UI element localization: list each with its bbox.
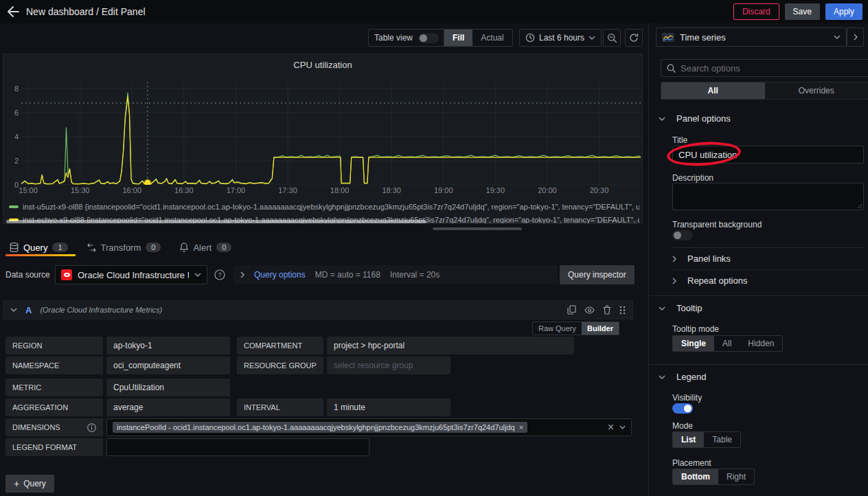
placement-bottom[interactable]: Bottom [673, 469, 718, 484]
trash-icon[interactable] [603, 305, 611, 315]
title-label: Title [672, 135, 687, 145]
panel-title-input[interactable] [672, 146, 864, 164]
dimension-tag-label: instancePoolId - ocid1.instancepool.oc1.… [117, 423, 515, 431]
raw-query-option[interactable]: Raw Query [533, 322, 582, 335]
discard-button[interactable]: Discard [733, 3, 779, 20]
description-textarea[interactable] [672, 183, 864, 210]
back-arrow-icon[interactable] [0, 0, 26, 23]
visualization-name: Time series [680, 32, 828, 43]
namespace-label: NAMESPACE [5, 357, 103, 374]
legend-mode-segmented: List Table [672, 431, 741, 448]
eye-icon[interactable] [584, 305, 595, 315]
tooltip-mode-single[interactable]: Single [673, 336, 714, 351]
zoom-out-button[interactable] [603, 29, 621, 47]
repeat-options-row[interactable]: Repeat options [672, 269, 864, 291]
max-data-points-stat: MD = auto = 1168 [315, 270, 380, 280]
tooltip-mode-segmented: Single All Hidden [672, 335, 783, 352]
query-ref-id[interactable]: A [25, 305, 32, 315]
options-search-input[interactable] [681, 63, 867, 74]
oracle-datasource-icon [61, 269, 72, 280]
duplicate-icon[interactable] [567, 305, 576, 315]
metric-select[interactable]: CpuUtilization [106, 379, 230, 396]
add-query-label: Query [23, 479, 46, 488]
legend-mode-list[interactable]: List [673, 432, 704, 447]
visualization-picker[interactable]: Time series [656, 27, 847, 47]
dimension-tag: instancePoolId - ocid1.instancepool.oc1.… [113, 422, 527, 433]
legend-item[interactable]: inst-u5uzt-x9-ol88 {instancepoolid="ocid… [9, 200, 639, 213]
datasource-select[interactable]: Oracle Cloud Infrastructure Metrics [55, 265, 207, 284]
pane-resize-handle[interactable] [433, 227, 522, 230]
clear-all-icon[interactable]: × [608, 421, 614, 433]
tab-transform[interactable]: Transform 0 [78, 237, 171, 258]
legend-visibility-toggle[interactable] [672, 403, 693, 414]
svg-text:?: ? [218, 271, 221, 278]
query-inspector-button[interactable]: Query inspector [560, 265, 635, 284]
tab-query-label: Query [23, 243, 47, 253]
panel-links-row[interactable]: Panel links [672, 247, 864, 269]
chevron-down-icon [194, 273, 201, 277]
refresh-button[interactable] [625, 29, 643, 47]
panel-options-header[interactable]: Panel options [659, 113, 731, 124]
query-options-link[interactable]: Query options [254, 270, 306, 280]
interval-select[interactable]: 1 minute [327, 398, 450, 416]
resource-group-label: RESOURCE GROUP [237, 357, 323, 374]
tooltip-mode-hidden[interactable]: Hidden [740, 336, 782, 351]
builder-option[interactable]: Builder [582, 322, 619, 335]
actual-option[interactable]: Actual [472, 30, 512, 46]
x-tick-label: 19:00 [430, 186, 457, 194]
chevron-down-icon [659, 306, 665, 311]
options-filter-tabs: All Overrides [661, 82, 868, 100]
x-tick-label: 16:30 [170, 186, 198, 194]
fill-actual-segmented: Fill Actual [444, 29, 513, 47]
table-view-label: Table view [374, 33, 413, 43]
legend-scrollbar-thumb[interactable] [6, 220, 426, 223]
tab-overrides[interactable]: Overrides [765, 82, 868, 99]
section-divider [649, 364, 868, 365]
tab-all[interactable]: All [661, 82, 765, 99]
fill-option[interactable]: Fill [444, 30, 472, 46]
database-icon [10, 243, 19, 252]
time-series-chart[interactable] [21, 82, 641, 185]
chevron-down-icon [834, 35, 841, 39]
resize-handle[interactable] [856, 202, 862, 208]
tab-alert[interactable]: Alert 0 [170, 237, 241, 258]
apply-button[interactable]: Apply [825, 3, 863, 20]
region-label: REGION [5, 337, 103, 354]
placement-right[interactable]: Right [718, 469, 754, 484]
dimensions-label: DIMENSIONS [5, 418, 103, 436]
collapse-options-button[interactable] [847, 27, 864, 47]
options-sidebar: Time series All Overrides Panel opt [648, 23, 868, 496]
add-query-button[interactable]: + Query [5, 475, 54, 493]
transparent-background-toggle[interactable] [672, 230, 693, 240]
remove-tag-icon[interactable]: × [519, 423, 523, 431]
transform-icon [87, 243, 96, 252]
compartment-select[interactable]: project > hpc-portal [327, 337, 574, 354]
alert-count-badge: 0 [216, 243, 231, 252]
datasource-value: Oracle Cloud Infrastructure Metrics [78, 270, 189, 280]
query-mode-segmented: Raw Query Builder [532, 322, 619, 335]
info-circle-icon[interactable] [87, 423, 96, 432]
form-row: LEGEND FORMAT [5, 438, 369, 456]
legend-format-input[interactable] [106, 438, 369, 456]
time-range-picker[interactable]: Last 6 hours [519, 29, 602, 47]
resource-group-select[interactable]: select resource group [327, 357, 450, 374]
interval-label: INTERVAL [237, 398, 323, 416]
save-button[interactable]: Save [785, 3, 820, 20]
dimensions-multiselect[interactable]: instancePoolId - ocid1.instancepool.oc1.… [106, 418, 632, 436]
chevron-down-icon[interactable] [619, 425, 626, 429]
repeat-options-label: Repeat options [687, 275, 747, 286]
namespace-select[interactable]: oci_computeagent [106, 357, 230, 374]
table-view-toggle[interactable] [418, 33, 439, 43]
legend-section-header[interactable]: Legend [659, 372, 706, 382]
tooltip-mode-all[interactable]: All [714, 336, 740, 351]
x-tick-label: 16:00 [118, 186, 146, 194]
help-circle-icon[interactable]: ? [214, 269, 225, 280]
chevron-right-icon[interactable] [240, 271, 244, 278]
chevron-down-icon [659, 117, 665, 121]
region-select[interactable]: ap-tokyo-1 [106, 337, 230, 354]
legend-mode-table[interactable]: Table [704, 432, 740, 447]
chevron-down-icon[interactable] [10, 308, 17, 312]
tooltip-section-header[interactable]: Tooltip [659, 303, 703, 313]
aggregation-select[interactable]: average [106, 398, 230, 416]
drag-grip-icon[interactable] [619, 305, 626, 315]
